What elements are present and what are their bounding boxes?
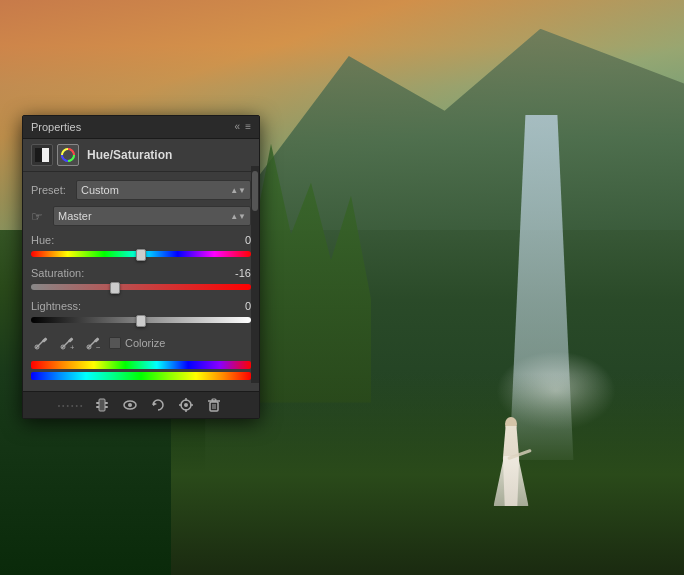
svg-point-23	[184, 403, 188, 407]
lightness-thumb[interactable]	[136, 315, 146, 327]
lightness-value: 0	[221, 300, 251, 312]
svg-point-20	[128, 403, 132, 407]
panel-toolbar: ••••••	[23, 391, 259, 418]
saturation-track	[31, 284, 251, 290]
collapse-icon[interactable]: «	[235, 122, 241, 132]
eyedropper-subtract-button[interactable]: −	[83, 333, 103, 353]
figure	[489, 386, 534, 506]
svg-text:☞: ☞	[31, 209, 43, 224]
preset-row: Preset: Custom ▲▼	[31, 180, 251, 200]
channel-value: Master	[58, 210, 92, 222]
preset-arrow-icon: ▲▼	[230, 186, 246, 195]
channel-select[interactable]: Master ▲▼	[53, 206, 251, 226]
thumbnail-bw-icon[interactable]	[31, 144, 53, 166]
svg-marker-21	[153, 402, 157, 406]
svg-rect-28	[210, 402, 218, 411]
target-hand-icon[interactable]: ☞	[31, 207, 49, 225]
hue-slider-section: Hue: 0	[31, 234, 251, 259]
huesat-icon-svg	[61, 148, 75, 162]
colorize-row: Colorize	[109, 337, 165, 349]
channel-arrow-icon: ▲▼	[230, 212, 246, 221]
eyedropper-add-button[interactable]: +	[57, 333, 77, 353]
saturation-label: Saturation:	[31, 267, 84, 279]
tools-colorize-row: + − Colorize	[31, 333, 251, 353]
svg-rect-1	[42, 148, 49, 162]
clip-button[interactable]	[92, 396, 112, 414]
svg-rect-17	[99, 399, 105, 411]
saturation-thumb[interactable]	[110, 282, 120, 294]
hue-label: Hue:	[31, 234, 54, 246]
lightness-slider-track-container[interactable]	[31, 315, 251, 325]
scroll-thumb[interactable]	[252, 171, 258, 211]
svg-rect-30	[212, 399, 216, 401]
panel-content: Preset: Custom ▲▼ ☞ Master ▲▼ Hue: 0	[23, 172, 259, 391]
eye-button[interactable]	[120, 396, 140, 414]
reset-button[interactable]	[148, 396, 168, 414]
saturation-slider-track-container[interactable]	[31, 282, 251, 292]
hue-slider-track-container[interactable]	[31, 249, 251, 259]
huesat-icon[interactable]	[57, 144, 79, 166]
menu-icon[interactable]: ≡	[245, 122, 251, 132]
hue-slider-header: Hue: 0	[31, 234, 251, 246]
adjustment-header-row: Hue/Saturation	[23, 139, 259, 172]
preset-label: Preset:	[31, 184, 76, 196]
visibility-button[interactable]	[176, 396, 196, 414]
svg-rect-0	[35, 148, 42, 162]
hue-adjust-bar	[31, 372, 251, 380]
channel-row: ☞ Master ▲▼	[31, 206, 251, 226]
svg-text:+: +	[70, 343, 74, 350]
panel-scrollbar[interactable]	[251, 166, 259, 383]
hue-value: 0	[221, 234, 251, 246]
color-bar-section	[31, 361, 251, 380]
hue-thumb[interactable]	[136, 249, 146, 261]
saturation-value: -16	[221, 267, 251, 279]
eyedropper-button[interactable]	[31, 333, 51, 353]
properties-panel: Properties « ≡ Hue/Saturation	[22, 115, 260, 419]
panel-title: Properties	[31, 121, 81, 133]
colorize-label: Colorize	[125, 337, 165, 349]
figure-dress	[494, 456, 529, 506]
adjustment-title: Hue/Saturation	[87, 148, 172, 162]
svg-text:−: −	[96, 343, 100, 350]
rainbow-color-bar	[31, 361, 251, 369]
saturation-slider-header: Saturation: -16	[31, 267, 251, 279]
delete-button[interactable]	[204, 396, 224, 414]
lightness-slider-section: Lightness: 0	[31, 300, 251, 325]
bw-icon-svg	[35, 148, 49, 162]
saturation-slider-section: Saturation: -16	[31, 267, 251, 292]
lightness-label: Lightness:	[31, 300, 81, 312]
resize-dots: ••••••	[58, 401, 85, 410]
panel-titlebar: Properties « ≡	[23, 116, 259, 139]
panel-controls: « ≡	[235, 122, 251, 132]
preset-select[interactable]: Custom ▲▼	[76, 180, 251, 200]
lightness-slider-header: Lightness: 0	[31, 300, 251, 312]
preset-value: Custom	[81, 184, 119, 196]
colorize-checkbox[interactable]	[109, 337, 121, 349]
